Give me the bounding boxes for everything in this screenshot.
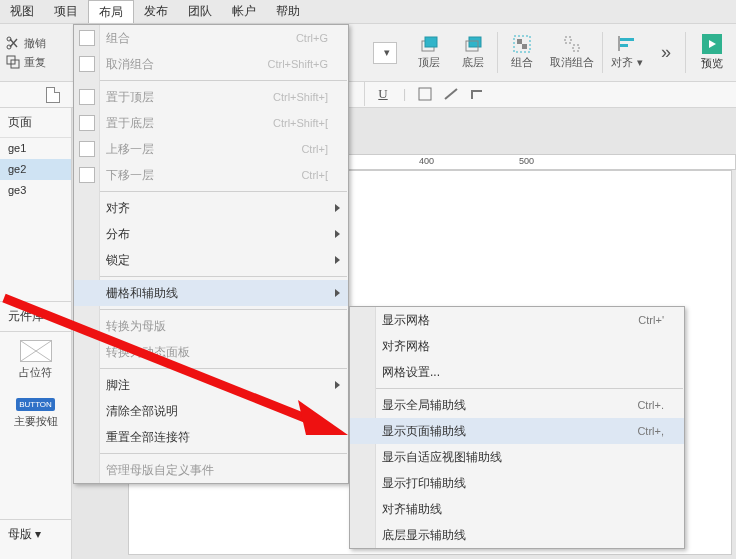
menu-project[interactable]: 项目 <box>44 0 88 23</box>
underline-button[interactable]: U <box>375 86 391 102</box>
menu-item-distribute[interactable]: 分布 <box>74 221 348 247</box>
group-icon <box>513 35 531 53</box>
menu-publish[interactable]: 发布 <box>134 0 178 23</box>
submenu-arrow-icon <box>335 381 340 389</box>
bring-front-button[interactable]: 顶层 <box>407 24 451 80</box>
library-items: 占位符 BUTTON 主要按钮 <box>0 332 71 437</box>
menu-item-grid-guides[interactable]: 栅格和辅助线 <box>74 280 348 306</box>
library-item-button[interactable]: BUTTON 主要按钮 <box>8 398 63 429</box>
line-join-icon[interactable] <box>470 87 484 101</box>
svg-rect-6 <box>469 37 481 47</box>
svg-rect-11 <box>565 37 571 43</box>
svg-rect-13 <box>620 38 634 41</box>
placeholder-icon <box>20 340 52 362</box>
toolbar-right-group: 顶层 底层 组合 取消组合 对齐 ▾ » 预览 <box>407 24 736 81</box>
menu-item-align[interactable]: 对齐 <box>74 195 348 221</box>
submenu-arrow-icon <box>335 230 340 238</box>
menu-item-send-back[interactable]: 置于底层Ctrl+Shift+[ <box>74 110 348 136</box>
menu-item-footnote[interactable]: 脚注 <box>74 372 348 398</box>
svg-rect-12 <box>573 45 579 51</box>
fill-color-icon[interactable] <box>418 87 432 101</box>
page-list: ge1 ge2 ge3 <box>0 138 71 201</box>
submenu-arrow-icon <box>335 256 340 264</box>
menu-item-convert-master[interactable]: 转换为母版 <box>74 313 348 339</box>
style-select[interactable]: ▾ <box>373 42 397 64</box>
divider: | <box>403 87 406 101</box>
menu-item-clear-notes[interactable]: 清除全部说明 <box>74 398 348 424</box>
menubar: 视图 项目 布局 发布 团队 帐户 帮助 <box>0 0 736 24</box>
masters-panel-title: 母版 ▾ <box>0 519 71 549</box>
svg-rect-9 <box>517 39 522 44</box>
cut-button[interactable]: 撤销 <box>6 36 68 51</box>
align-button[interactable]: 对齐 ▾ <box>605 24 649 80</box>
bring-forward-icon <box>79 141 95 157</box>
library-item-label: 主要按钮 <box>14 414 58 429</box>
menu-item-bring-forward[interactable]: 上移一层Ctrl+] <box>74 136 348 162</box>
ungroup-label: 取消组合 <box>550 55 594 70</box>
menu-item-ungroup[interactable]: 取消组合Ctrl+Shift+G <box>74 51 348 77</box>
menu-view[interactable]: 视图 <box>0 0 44 23</box>
menu-item-show-page-guides[interactable]: 显示页面辅助线Ctrl+, <box>350 418 684 444</box>
menu-item-snap-grid[interactable]: 对齐网格 <box>350 333 684 359</box>
library-item-label: 占位符 <box>19 365 52 380</box>
preview-label: 预览 <box>701 56 723 71</box>
menu-item-show-adaptive-guides[interactable]: 显示自适应视图辅助线 <box>350 444 684 470</box>
group-label: 组合 <box>511 55 533 70</box>
menu-team[interactable]: 团队 <box>178 0 222 23</box>
duplicate-icon <box>6 55 20 69</box>
menu-item-grid-settings[interactable]: 网格设置... <box>350 359 684 385</box>
menu-item-show-print-guides[interactable]: 显示打印辅助线 <box>350 470 684 496</box>
menu-item-master-events[interactable]: 管理母版自定义事件 <box>74 457 348 483</box>
document-icon[interactable] <box>46 87 60 103</box>
align-label: 对齐 ▾ <box>611 55 642 70</box>
menu-layout[interactable]: 布局 <box>88 0 134 23</box>
submenu-arrow-icon <box>335 204 340 212</box>
send-back-icon <box>464 35 482 53</box>
pages-panel-title: 页面 <box>0 108 71 138</box>
menu-item-reset-connectors[interactable]: 重置全部连接符 <box>74 424 348 450</box>
menu-item-send-backward[interactable]: 下移一层Ctrl+[ <box>74 162 348 188</box>
menu-item-bring-front[interactable]: 置于顶层Ctrl+Shift+] <box>74 84 348 110</box>
group-icon <box>79 30 95 46</box>
menu-item-snap-guides[interactable]: 对齐辅助线 <box>350 496 684 522</box>
svg-line-17 <box>445 89 457 99</box>
bring-front-icon <box>420 35 438 53</box>
align-icon <box>618 35 636 53</box>
send-back-button[interactable]: 底层 <box>451 24 495 80</box>
page-item[interactable]: ge1 <box>0 138 71 159</box>
page-item[interactable]: ge2 <box>0 159 71 180</box>
svg-rect-10 <box>522 44 527 49</box>
bring-front-icon <box>79 89 95 105</box>
left-panel: 页面 ge1 ge2 ge3 元件库 占位符 BUTTON 主要按钮 母版 ▾ <box>0 108 72 559</box>
menu-item-group[interactable]: 组合Ctrl+G <box>74 25 348 51</box>
menu-item-bottom-guides[interactable]: 底层显示辅助线 <box>350 522 684 548</box>
svg-rect-5 <box>425 37 437 47</box>
menu-item-show-global-guides[interactable]: 显示全局辅助线Ctrl+. <box>350 392 684 418</box>
menu-item-show-grid[interactable]: 显示网格Ctrl+' <box>350 307 684 333</box>
bring-front-label: 顶层 <box>418 55 440 70</box>
ruler-tick: 500 <box>519 156 534 166</box>
submenu-arrow-icon <box>335 289 340 297</box>
preview-button[interactable]: 预览 <box>688 24 736 80</box>
group-button[interactable]: 组合 <box>500 24 544 80</box>
ungroup-icon <box>79 56 95 72</box>
duplicate-button[interactable]: 重复 <box>6 55 68 70</box>
menu-item-lock[interactable]: 锁定 <box>74 247 348 273</box>
line-color-icon[interactable] <box>444 87 458 101</box>
scissors-icon <box>6 36 20 50</box>
chevron-down-icon: ▾ <box>35 527 41 541</box>
duplicate-label: 重复 <box>24 55 46 70</box>
grid-guides-submenu: 显示网格Ctrl+' 对齐网格 网格设置... 显示全局辅助线Ctrl+. 显示… <box>349 306 685 549</box>
svg-rect-14 <box>620 44 628 47</box>
more-button[interactable]: » <box>649 24 683 80</box>
library-item-placeholder[interactable]: 占位符 <box>8 340 63 380</box>
menu-item-convert-dpanel[interactable]: 转换为动态面板 <box>74 339 348 365</box>
ungroup-button[interactable]: 取消组合 <box>544 24 600 80</box>
svg-rect-16 <box>419 88 431 100</box>
menu-account[interactable]: 帐户 <box>222 0 266 23</box>
page-item[interactable]: ge3 <box>0 180 71 201</box>
menu-help[interactable]: 帮助 <box>266 0 310 23</box>
send-back-label: 底层 <box>462 55 484 70</box>
text-format-strip: U | <box>364 82 736 106</box>
send-backward-icon <box>79 167 95 183</box>
